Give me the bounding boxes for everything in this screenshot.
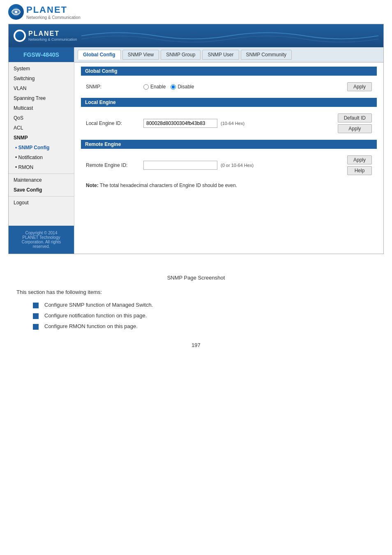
- bullet-text-3: Configure RMON function on this page.: [44, 323, 138, 329]
- sidebar-copyright: Copyright © 2014 PLANET Technology Corpo…: [9, 226, 74, 254]
- tab-global-config[interactable]: Global Config: [78, 50, 121, 60]
- remote-engine-controls: (0 or 10-64 Hex): [143, 161, 343, 170]
- sidebar: FGSW-4840S System Switching VLAN Spannin…: [9, 47, 74, 254]
- header-logo-circle-inner: [15, 31, 24, 40]
- main-panel: PLANET Networking & Communication FGSW-4…: [8, 24, 384, 254]
- logo-sub: Networking & Communication: [26, 15, 81, 20]
- sidebar-item-multicast[interactable]: Multicast: [9, 103, 74, 113]
- local-engine-apply-button[interactable]: Apply: [338, 124, 372, 133]
- note-text: The total hexadecimal characters of Engi…: [100, 183, 237, 188]
- device-name: FGSW-4840S: [9, 47, 74, 62]
- local-engine-id-input[interactable]: [143, 119, 217, 128]
- header-logo: PLANET Networking & Communication: [14, 30, 77, 42]
- header-logo-circle: [14, 30, 26, 42]
- logo-text: PLANET Networking & Communication: [26, 5, 81, 20]
- remote-engine-section-header: Remote Engine: [81, 140, 377, 149]
- content-body: Global Config SNMP: Enable Disable: [74, 62, 383, 197]
- snmp-disable-input[interactable]: [171, 84, 176, 90]
- snmp-disable-radio[interactable]: Disable: [171, 84, 194, 90]
- bullet-text-2: Configure notification function on this …: [44, 312, 147, 319]
- sidebar-item-notification[interactable]: • Notification: [9, 153, 74, 162]
- sidebar-item-logout[interactable]: Logout: [9, 198, 74, 208]
- bullet-item-2: Configure notification function on this …: [33, 312, 376, 319]
- bullet-text-1: Configure SNMP function of Managed Switc…: [44, 302, 153, 308]
- sidebar-item-maintenance[interactable]: Maintenance: [9, 175, 74, 185]
- bullet-square-2: [33, 313, 39, 319]
- snmp-radio-group: Enable Disable: [143, 84, 194, 90]
- sidebar-item-spanning-tree[interactable]: Spanning Tree: [9, 93, 74, 103]
- panel-body: FGSW-4840S System Switching VLAN Spannin…: [9, 47, 383, 254]
- bullet-list: Configure SNMP function of Managed Switc…: [33, 302, 376, 330]
- remote-engine-apply-button[interactable]: Apply: [347, 155, 372, 164]
- tab-snmp-view[interactable]: SNMP View: [122, 50, 159, 60]
- sidebar-item-snmp[interactable]: SNMP: [9, 133, 74, 143]
- snmp-form-row: SNMP: Enable Disable: [81, 79, 377, 95]
- sidebar-item-system[interactable]: System: [9, 64, 74, 74]
- sidebar-item-acl[interactable]: ACL: [9, 123, 74, 133]
- snmp-enable-input[interactable]: [143, 84, 149, 90]
- snmp-label: SNMP:: [86, 84, 139, 90]
- header-wave-decoration: [81, 28, 378, 44]
- default-id-button[interactable]: Default ID: [338, 113, 372, 123]
- logo-name: PLANET: [26, 5, 81, 15]
- snmp-disable-label: Disable: [178, 84, 194, 90]
- bullet-item-1: Configure SNMP function of Managed Switc…: [33, 302, 376, 308]
- sidebar-item-snmp-config[interactable]: • SNMP Config: [9, 143, 74, 153]
- local-engine-form-row: Local Engine ID: (10-64 Hex) Default ID …: [81, 110, 377, 136]
- header-logo-sub: Networking & Communication: [28, 37, 77, 42]
- local-engine-controls: (10-64 Hex): [143, 119, 334, 128]
- bullet-square-3: [33, 324, 39, 330]
- note-label: Note:: [86, 183, 99, 188]
- local-engine-id-label: Local Engine ID:: [86, 120, 139, 126]
- section-intro: This section has the following items:: [16, 289, 376, 295]
- logo-circle-icon: [8, 4, 24, 20]
- sidebar-item-qos[interactable]: QoS: [9, 113, 74, 123]
- snmp-radio-controls: Enable Disable: [143, 84, 343, 90]
- sidebar-item-vlan[interactable]: VLAN: [9, 83, 74, 93]
- page-number: 197: [16, 342, 376, 348]
- bullet-item-3: Configure RMON function on this page.: [33, 323, 376, 330]
- content-area: Global Config SNMP View SNMP Group SNMP …: [74, 47, 383, 254]
- note-section: Note: The total hexadecimal characters o…: [81, 178, 377, 192]
- sidebar-item-rmon[interactable]: • RMON: [9, 162, 74, 172]
- remote-engine-id-input[interactable]: [143, 161, 217, 170]
- panel-header: PLANET Networking & Communication: [9, 24, 383, 47]
- local-engine-hint: (10-64 Hex): [221, 121, 244, 126]
- snmp-apply-button[interactable]: Apply: [347, 82, 372, 91]
- bullet-square-1: [33, 303, 39, 308]
- tab-snmp-user[interactable]: SNMP User: [202, 50, 239, 60]
- screenshot-caption: SNMP Page Screenshot: [16, 275, 376, 281]
- remote-engine-hint: (0 or 10-64 Hex): [221, 163, 254, 168]
- local-engine-section-header: Local Engine: [81, 98, 377, 107]
- snmp-enable-radio[interactable]: Enable: [143, 84, 166, 90]
- help-button[interactable]: Help: [347, 166, 372, 175]
- header-logo-name: PLANET: [28, 30, 77, 37]
- global-config-section-header: Global Config: [81, 67, 377, 76]
- tab-snmp-community[interactable]: SNMP Community: [241, 50, 292, 60]
- tab-bar: Global Config SNMP View SNMP Group SNMP …: [74, 47, 383, 62]
- sidebar-menu: System Switching VLAN Spanning Tree Mult…: [9, 62, 74, 209]
- snmp-enable-label: Enable: [150, 84, 166, 90]
- sidebar-item-save-config[interactable]: Save Config: [9, 185, 74, 195]
- tab-snmp-group[interactable]: SNMP Group: [161, 50, 201, 60]
- below-screenshot-area: SNMP Page Screenshot This section has th…: [0, 262, 392, 356]
- svg-point-2: [15, 11, 17, 13]
- top-logo-area: PLANET Networking & Communication: [0, 0, 392, 24]
- local-engine-btn-group: Default ID Apply: [338, 113, 372, 133]
- sidebar-item-switching[interactable]: Switching: [9, 74, 74, 83]
- top-planet-logo: PLANET Networking & Communication: [8, 4, 384, 20]
- remote-engine-id-label: Remote Engine ID:: [86, 162, 139, 168]
- remote-engine-btn-group: Apply Help: [347, 155, 372, 175]
- remote-engine-form-row: Remote Engine ID: (0 or 10-64 Hex) Apply…: [81, 152, 377, 178]
